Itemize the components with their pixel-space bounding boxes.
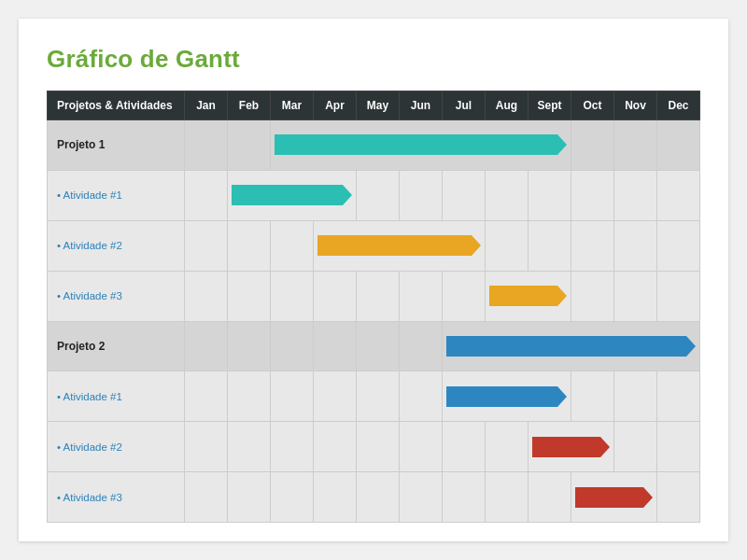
bar-cell xyxy=(571,472,657,523)
table-row: • Atividade #1 xyxy=(48,371,700,422)
header-aug: Aug xyxy=(486,91,529,120)
activity-label: • Atividade #1 xyxy=(48,170,185,220)
empty-cell xyxy=(314,271,357,321)
empty-cell xyxy=(185,472,228,523)
empty-cell xyxy=(614,271,657,321)
empty-cell xyxy=(614,220,657,271)
empty-cell xyxy=(314,422,357,472)
table-row: • Atividade #1 xyxy=(48,170,700,220)
empty-cell xyxy=(657,170,700,220)
header-feb: Feb xyxy=(228,91,271,120)
empty-cell xyxy=(357,371,400,422)
empty-cell xyxy=(271,321,314,371)
empty-cell xyxy=(443,170,486,220)
empty-cell xyxy=(657,472,700,523)
empty-cell xyxy=(529,472,571,523)
bar-cell xyxy=(314,220,486,271)
empty-cell xyxy=(614,371,657,422)
empty-cell xyxy=(185,120,228,171)
activity-label: • Atividade #3 xyxy=(48,472,185,523)
empty-cell xyxy=(357,170,400,220)
empty-cell xyxy=(486,170,529,220)
empty-cell xyxy=(400,472,443,523)
empty-cell xyxy=(228,422,271,472)
activity-label: • Atividade #3 xyxy=(48,271,185,321)
header-label: Projetos & Atividades xyxy=(48,91,185,120)
empty-cell xyxy=(400,371,443,422)
header-jun: Jun xyxy=(400,91,443,120)
slide-container: Gráfico de Gantt Projetos & Atividades J… xyxy=(19,19,728,541)
empty-cell xyxy=(185,422,228,472)
activity-label: • Atividade #2 xyxy=(48,422,185,472)
empty-cell xyxy=(185,271,228,321)
empty-cell xyxy=(571,120,614,171)
table-row: Projeto 1 xyxy=(48,120,700,171)
empty-cell xyxy=(400,422,443,472)
empty-cell xyxy=(486,472,529,523)
table-row: • Atividade #3 xyxy=(48,472,700,523)
empty-cell xyxy=(657,271,700,321)
header-sept: Sept xyxy=(529,91,571,120)
table-row: • Atividade #2 xyxy=(48,422,700,472)
page-title: Gráfico de Gantt xyxy=(47,45,700,74)
header-oct: Oct xyxy=(571,91,614,120)
empty-cell xyxy=(400,271,443,321)
header-jul: Jul xyxy=(443,91,486,120)
gantt-table: Projetos & Atividades Jan Feb Mar Apr Ma… xyxy=(47,91,700,523)
table-row: Projeto 2 xyxy=(48,321,700,371)
empty-cell xyxy=(228,472,271,523)
bar-cell xyxy=(271,120,571,171)
empty-cell xyxy=(400,321,443,371)
empty-cell xyxy=(185,170,228,220)
empty-cell xyxy=(614,422,657,472)
empty-cell xyxy=(271,472,314,523)
empty-cell xyxy=(486,422,529,472)
activity-label: • Atividade #1 xyxy=(48,371,185,422)
empty-cell xyxy=(185,321,228,371)
empty-cell xyxy=(529,170,571,220)
bar-cell xyxy=(486,271,571,321)
table-row: • Atividade #3 xyxy=(48,271,700,321)
empty-cell xyxy=(357,271,400,321)
header-may: May xyxy=(357,91,400,120)
activity-label: • Atividade #2 xyxy=(48,220,185,271)
empty-cell xyxy=(529,220,571,271)
empty-cell xyxy=(614,120,657,171)
empty-cell xyxy=(400,170,443,220)
empty-cell xyxy=(185,371,228,422)
empty-cell xyxy=(357,472,400,523)
empty-cell xyxy=(185,220,228,271)
empty-cell xyxy=(357,321,400,371)
project-label: Projeto 1 xyxy=(48,120,185,171)
empty-cell xyxy=(271,371,314,422)
empty-cell xyxy=(571,271,614,321)
empty-cell xyxy=(571,220,614,271)
header-jan: Jan xyxy=(185,91,228,120)
empty-cell xyxy=(314,321,357,371)
table-row: • Atividade #2 xyxy=(48,220,700,271)
empty-cell xyxy=(357,422,400,472)
header-apr: Apr xyxy=(314,91,357,120)
empty-cell xyxy=(657,422,700,472)
empty-cell xyxy=(271,220,314,271)
empty-cell xyxy=(614,170,657,220)
empty-cell xyxy=(314,371,357,422)
empty-cell xyxy=(486,220,529,271)
empty-cell xyxy=(443,472,486,523)
header-nov: Nov xyxy=(614,91,657,120)
empty-cell xyxy=(314,472,357,523)
header-mar: Mar xyxy=(271,91,314,120)
empty-cell xyxy=(657,220,700,271)
empty-cell xyxy=(271,271,314,321)
bar-cell xyxy=(443,371,571,422)
empty-cell xyxy=(228,271,271,321)
bar-cell xyxy=(228,170,357,220)
empty-cell xyxy=(443,271,486,321)
empty-cell xyxy=(443,422,486,472)
bar-cell xyxy=(443,321,700,371)
empty-cell xyxy=(228,120,271,171)
empty-cell xyxy=(228,220,271,271)
project-label: Projeto 2 xyxy=(48,321,185,371)
bar-cell xyxy=(529,422,614,472)
header-dec: Dec xyxy=(657,91,700,120)
